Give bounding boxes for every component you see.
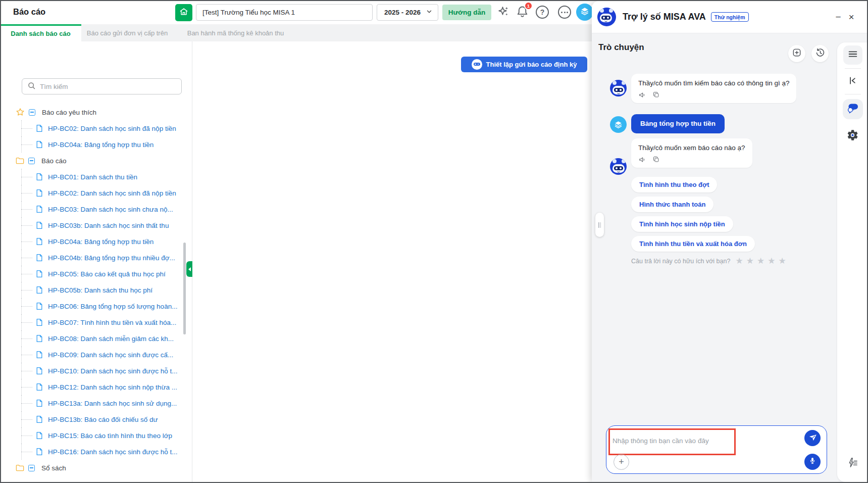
tree-item-label: HP-BC09: Danh sách học sinh được cấ...: [48, 351, 173, 359]
rating-row: Câu trả lời này có hữu ích với bạn? ★★★★…: [631, 256, 789, 266]
more-options-button[interactable]: [557, 5, 572, 19]
rating-prompt: Câu trả lời này có hữu ích với bạn?: [631, 258, 730, 265]
speaker-icon[interactable]: [638, 91, 646, 99]
tree-group-row[interactable]: Báo cáo yêu thích: [0, 104, 185, 120]
close-button[interactable]: ×: [845, 11, 858, 24]
tree-item-label: HP-BC02: Danh sách học sinh đã nộp tiền: [48, 189, 176, 197]
tree-guide-line: [21, 452, 32, 452]
rating-star[interactable]: ★: [768, 256, 778, 266]
chat-tab-button[interactable]: [843, 99, 863, 119]
tree-group-row[interactable]: Sổ sách: [0, 460, 185, 476]
speaker-icon[interactable]: [638, 156, 646, 164]
tree-item-row[interactable]: HP-BC05b: Danh sách thu học phí: [0, 282, 185, 298]
folder-icon: [15, 463, 25, 473]
tree-item-row[interactable]: HP-BC04b: Bảng tổng hợp thu nhiều đợ...: [0, 250, 185, 266]
chat-header: Trợ lý số MISA AVA Thử nghiệm − ×: [592, 1, 868, 33]
search-input[interactable]: [40, 83, 176, 90]
tree-item-row[interactable]: HP-BC15: Báo cáo tình hình thu theo lớp: [0, 427, 185, 444]
assistant-avatar: [597, 8, 616, 26]
school-year-select[interactable]: 2025 - 2026: [377, 4, 438, 21]
tab-ban-hanh-ma-thong-ke[interactable]: Ban hành mã thống kê khoản thu: [173, 24, 298, 41]
tab-danh-sach-bao-cao[interactable]: Danh sách báo cáo: [0, 24, 81, 41]
collapse-panel-button[interactable]: [845, 74, 860, 89]
tree-item-row[interactable]: HP-BC06: Bảng tổng hợp số lượng hoàn...: [0, 298, 185, 314]
tree-item-label: HP-BC05: Báo cáo kết quả thu học phí: [48, 270, 166, 278]
assistant-title: Trợ lý số MISA AVA: [623, 12, 706, 22]
ai-sparkle-button[interactable]: [496, 5, 510, 19]
tree-item-row[interactable]: HP-BC01: Danh sách thu tiền: [0, 169, 185, 185]
new-chat-button[interactable]: [788, 45, 805, 62]
tree-item-row[interactable]: HP-BC10: Danh sách học sinh được hỗ t...: [0, 363, 185, 379]
quick-replies: Tình hình thu theo đợtHình thức thanh to…: [631, 177, 755, 252]
tab-bao-cao-gui-don-vi[interactable]: Báo cáo gửi đơn vị cấp trên: [81, 24, 173, 41]
settings-button[interactable]: [845, 128, 860, 143]
setup-periodic-report-button[interactable]: Thiết lập gửi báo cáo định kỳ: [461, 57, 587, 72]
tabbar: Danh sách báo cáo Báo cáo gửi đơn vị cấp…: [0, 24, 599, 41]
copy-icon[interactable]: [652, 91, 660, 99]
collapse-toggle-icon[interactable]: [28, 158, 35, 164]
beta-badge: Thử nghiệm: [711, 12, 749, 22]
file-icon: [35, 140, 43, 149]
setup-button-label: Thiết lập gửi báo cáo định kỳ: [486, 61, 577, 68]
guide-button[interactable]: Hướng dẫn: [442, 5, 491, 20]
send-button[interactable]: [804, 430, 821, 446]
tree-item-row[interactable]: HP-BC08: Danh sách miễn giảm các kh...: [0, 330, 185, 347]
tree-item-row[interactable]: HP-BC05: Báo cáo kết quả thu học phí: [0, 266, 185, 282]
attach-button[interactable]: +: [614, 454, 629, 470]
rating-star[interactable]: ★: [778, 256, 789, 266]
tree-item-row[interactable]: HP-BC02: Danh sách học sinh đã nộp tiền: [0, 185, 185, 201]
notifications-button[interactable]: 1: [515, 5, 529, 19]
copy-icon[interactable]: [652, 156, 660, 164]
file-icon: [35, 448, 43, 456]
tree-item-row[interactable]: HP-BC03b: Danh sách học sinh thất thu: [0, 217, 185, 233]
tree-item-row[interactable]: HP-BC04a: Bảng tổng hợp thu tiền: [0, 233, 185, 250]
tree-group-row[interactable]: Báo cáo: [0, 153, 185, 169]
file-icon: [35, 270, 43, 278]
rating-star[interactable]: ★: [746, 256, 757, 266]
user-chat-avatar: [610, 116, 627, 133]
file-icon: [35, 254, 43, 262]
home-button[interactable]: [175, 4, 192, 21]
menu-button[interactable]: [843, 45, 862, 65]
tree-item-row[interactable]: HP-BC13b: Báo cáo đối chiếu số dư: [0, 411, 185, 427]
tree-guide-line: [21, 258, 32, 258]
file-icon: [35, 431, 43, 440]
tree-item-row[interactable]: HP-BC03: Danh sách học sinh chưa nộ...: [0, 201, 185, 217]
tree-item-row[interactable]: HP-BC09: Danh sách học sinh được cấ...: [0, 347, 185, 363]
report-search-box[interactable]: [22, 78, 182, 94]
collapse-toggle-icon[interactable]: [29, 109, 35, 116]
school-selector[interactable]: [Test] Trường Tiểu học MISA 1: [196, 4, 373, 21]
chat-history-button[interactable]: [811, 45, 829, 62]
tree-scrollbar[interactable]: [183, 243, 186, 334]
tree-item-row[interactable]: HP-BC07: Tình hình thu tiền và xuất hóa.…: [0, 314, 185, 330]
tree-guide-line: [21, 290, 32, 291]
quick-reply-button[interactable]: Tình hình thu theo đợt: [631, 177, 717, 192]
tree-item-row[interactable]: HP-BC13a: Danh sách học sinh sử dụng...: [0, 395, 185, 411]
tree-item-row[interactable]: HP-BC04a: Bảng tổng hợp thu tiền: [0, 136, 185, 153]
collapse-left-panel-button[interactable]: [186, 261, 192, 277]
search-icon: [27, 81, 36, 92]
quick-reply-button[interactable]: Hình thức thanh toán: [631, 197, 713, 212]
flash-list-icon: [847, 457, 858, 470]
file-icon: [35, 415, 43, 423]
mic-button[interactable]: [804, 454, 821, 470]
collapse-left-icon: [847, 75, 858, 88]
chat-message-input[interactable]: [612, 430, 744, 451]
rating-star[interactable]: ★: [757, 256, 768, 266]
help-button[interactable]: ?: [535, 5, 549, 19]
quick-reply-button[interactable]: Tình hình thu tiền và xuất hóa đơn: [631, 236, 755, 252]
arrow-left-icon: [188, 267, 191, 271]
home-icon: [179, 7, 189, 19]
tree-item-row[interactable]: HP-BC12: Danh sách học sinh nộp thừa ...: [0, 379, 185, 395]
quick-actions-button[interactable]: [845, 456, 860, 471]
tree-item-row[interactable]: HP-BC16: Danh sách học sinh được hỗ t...: [0, 444, 185, 460]
minimize-button[interactable]: −: [832, 11, 845, 24]
panel-resize-handle[interactable]: [595, 213, 604, 237]
tree-item-row[interactable]: HP-BC02: Danh sách học sinh đã nộp tiền: [0, 120, 185, 136]
quick-reply-button[interactable]: Tình hình học sinh nộp tiền: [631, 216, 733, 232]
collapse-toggle-icon[interactable]: [28, 465, 35, 471]
chevron-down-icon: [426, 8, 433, 17]
user-avatar[interactable]: [576, 4, 593, 21]
rating-star[interactable]: ★: [735, 256, 746, 266]
tree-item-label: HP-BC04b: Bảng tổng hợp thu nhiều đợ...: [48, 254, 175, 262]
